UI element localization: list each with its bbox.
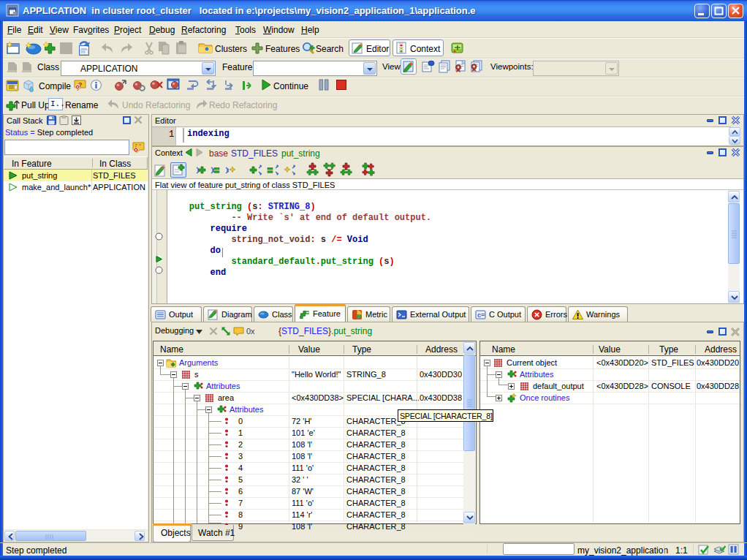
svg-text:c=: c= [477, 311, 485, 319]
